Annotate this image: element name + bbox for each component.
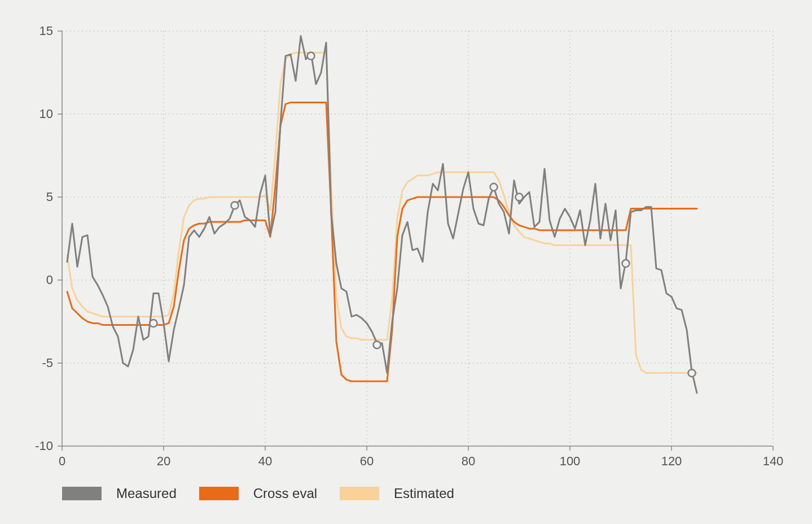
- y-tick-label: -5: [42, 356, 53, 370]
- legend-swatch-measured: [62, 487, 102, 500]
- legend-swatch-cross: [199, 487, 239, 500]
- legend-item-estimated: Estimated: [340, 486, 454, 501]
- legend-label-cross: Cross eval: [253, 486, 317, 501]
- line-chart: 020406080100120140-10-5051015: [0, 0, 812, 524]
- marker-point: [231, 202, 239, 209]
- legend-label-estimated: Estimated: [394, 486, 454, 501]
- y-tick-label: -10: [35, 439, 53, 453]
- y-tick-label: 0: [46, 273, 53, 287]
- marker-point: [516, 194, 523, 201]
- marker-point: [490, 184, 498, 191]
- y-tick-label: 5: [46, 190, 53, 204]
- chart-container: 020406080100120140-10-5051015 Measured C…: [0, 0, 812, 524]
- marker-point: [374, 341, 381, 348]
- legend-label-measured: Measured: [116, 486, 177, 501]
- x-tick-label: 40: [258, 454, 272, 468]
- x-tick-label: 120: [661, 454, 682, 468]
- marker-point: [688, 369, 696, 377]
- marker-point: [622, 260, 630, 267]
- x-tick-label: 0: [59, 454, 65, 468]
- x-tick-label: 100: [560, 454, 581, 468]
- legend: Measured Cross eval Estimated: [62, 486, 454, 501]
- x-tick-label: 140: [763, 454, 784, 468]
- marker-point: [308, 53, 315, 60]
- x-tick-label: 20: [157, 454, 170, 468]
- marker-point: [150, 320, 157, 327]
- y-tick-label: 10: [39, 107, 53, 121]
- legend-item-measured: Measured: [62, 486, 177, 501]
- y-tick-label: 15: [39, 24, 53, 38]
- x-tick-label: 80: [462, 454, 475, 468]
- x-tick-label: 60: [360, 454, 374, 468]
- legend-item-cross: Cross eval: [199, 486, 317, 501]
- legend-swatch-estimated: [340, 487, 379, 500]
